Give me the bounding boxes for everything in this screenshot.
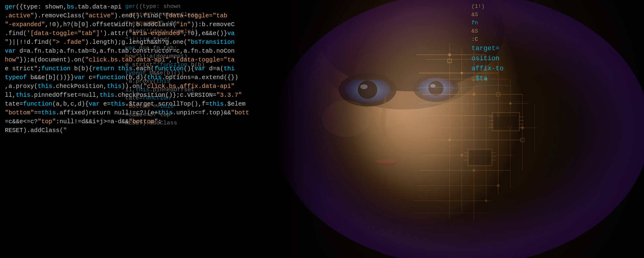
- code-line: .find('[data-toggle'): [125, 27, 209, 36]
- code-line: &S: [471, 27, 640, 35]
- ai-face: (1!) &S fn &S :C target= osition affix-t…: [279, 0, 644, 258]
- code-line: how"});a(document): [125, 52, 209, 61]
- code-line: affix-to: [471, 64, 640, 74]
- code-line: =c&&e<=c?"top": [125, 111, 209, 119]
- code-line: osition: [471, 54, 640, 64]
- code-line: RESET).addClass: [125, 119, 209, 127]
- code-line: fn: [471, 19, 640, 27]
- code-right-lines: (1!) &S fn &S :C target= osition affix-t…: [468, 0, 644, 258]
- code-blend-lines: ger({type: shown .active").removeClass "…: [122, 0, 213, 258]
- code-face-blend: ger({type: shown .active").removeClass "…: [122, 0, 213, 258]
- code-line: "bottom"==this: [125, 102, 209, 110]
- code-line: &S: [471, 11, 640, 19]
- code-line: ")||!!d.find(: [125, 36, 209, 44]
- code-line: ,a.proxy(this: [125, 77, 209, 85]
- scene: ger({type: shown,bs.tab.data-api .active…: [0, 0, 644, 258]
- code-line: typeof b&&e[b]()): [125, 69, 209, 77]
- code-line: ger({type: shown: [125, 2, 209, 11]
- code-line: ll,this.pinnedOffset: [125, 86, 209, 94]
- code-line: :C: [471, 35, 640, 44]
- code-line: "-expanded",!0): [125, 19, 209, 27]
- code-line: .active").removeClass: [125, 11, 209, 19]
- code-line: .$ta: [471, 74, 640, 84]
- svg-rect-71: [279, 0, 401, 258]
- code-line: var d=a.fn.tab;: [125, 44, 209, 52]
- code-line: e strict";function b(b): [125, 61, 209, 69]
- code-lines-right: (1!) &S fn &S :C target= osition affix-t…: [468, 0, 644, 258]
- code-line: tate=function: [125, 94, 209, 102]
- code-line: target=: [471, 44, 640, 54]
- code-line: (1!): [471, 2, 640, 11]
